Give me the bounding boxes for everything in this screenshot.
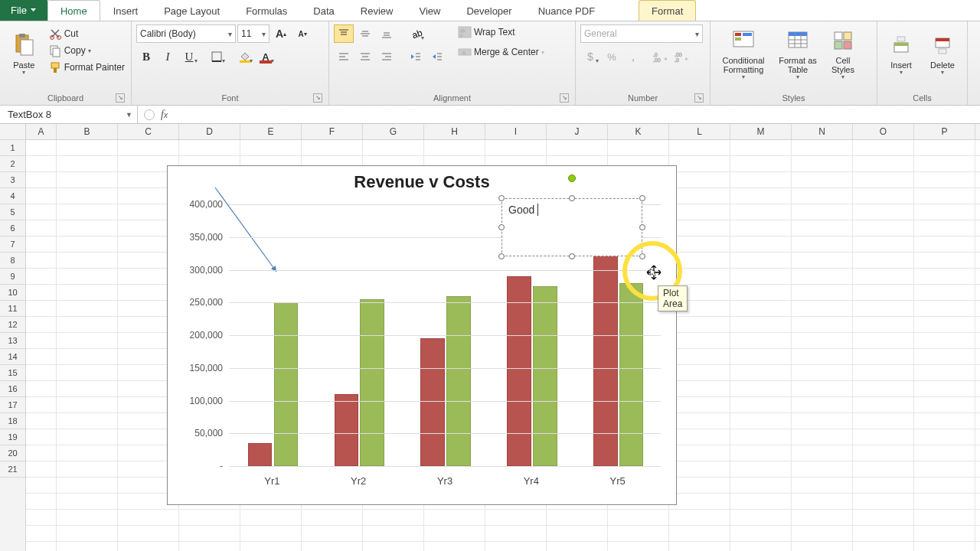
align-left-button[interactable]	[334, 47, 354, 66]
tab-home[interactable]: Home	[47, 0, 100, 21]
row-header[interactable]: 8	[0, 253, 25, 269]
row-header[interactable]: 18	[0, 413, 25, 429]
row-header[interactable]: 10	[0, 285, 25, 301]
column-header[interactable]: J	[547, 124, 608, 139]
column-header[interactable]: L	[669, 124, 730, 139]
tab-nuance-pdf[interactable]: Nuance PDF	[525, 0, 608, 21]
chart-textbox[interactable]: Good	[501, 198, 642, 256]
resize-handle-sw[interactable]	[498, 253, 505, 259]
x-axis[interactable]: Yr1Yr2Yr3Yr4Yr5	[229, 475, 661, 491]
font-name-select[interactable]: Calibri (Body)▾	[136, 24, 236, 43]
column-header[interactable]: F	[302, 124, 363, 139]
paste-button[interactable]: Paste ▾	[5, 24, 44, 84]
bar-costs-yr4[interactable]	[533, 286, 557, 466]
row-header[interactable]: 16	[0, 381, 25, 397]
cancel-formula-icon[interactable]	[144, 109, 155, 120]
increase-decimal-button[interactable]: .0.00	[651, 47, 671, 66]
fill-color-button[interactable]	[234, 47, 254, 66]
border-button[interactable]	[207, 47, 227, 66]
tab-page-layout[interactable]: Page Layout	[151, 0, 233, 21]
resize-handle-s[interactable]	[569, 253, 575, 259]
name-box-dropdown-icon[interactable]: ▼	[126, 111, 137, 119]
name-box[interactable]: TextBox 8 ▼	[0, 106, 138, 123]
column-header[interactable]: I	[485, 124, 547, 139]
cell-styles-button[interactable]: Cell Styles▾	[824, 24, 862, 84]
underline-button[interactable]: U	[179, 47, 199, 66]
row-header[interactable]: 11	[0, 301, 25, 317]
cells-area[interactable]: Revenue v Costs -50,000100,000150,000200…	[26, 140, 980, 551]
font-dialog-launcher[interactable]: ↘	[313, 93, 322, 103]
column-header[interactable]: H	[424, 124, 485, 139]
row-header[interactable]: 1	[0, 140, 25, 156]
row-header[interactable]: 6	[0, 220, 25, 236]
row-header[interactable]: 17	[0, 397, 25, 413]
merge-center-button[interactable]: a Merge & Center ▾	[456, 44, 546, 60]
format-as-table-button[interactable]: Format as Table▾	[775, 24, 821, 84]
column-header[interactable]: P	[914, 124, 975, 139]
bar-revenue-yr3[interactable]	[420, 338, 445, 466]
tab-review[interactable]: Review	[348, 0, 407, 21]
font-size-select[interactable]: 11▾	[237, 24, 270, 43]
insert-cells-button[interactable]: Insert▾	[882, 24, 920, 84]
bar-costs-yr2[interactable]	[360, 299, 384, 466]
bar-costs-yr5[interactable]	[619, 283, 644, 466]
y-axis[interactable]: -50,000100,000150,000200,000250,000300,0…	[183, 204, 226, 466]
row-header[interactable]: 14	[0, 349, 25, 365]
file-tab[interactable]: File	[0, 0, 47, 21]
column-header[interactable]: A	[26, 124, 57, 139]
resize-handle-n[interactable]	[569, 195, 575, 201]
column-header[interactable]: G	[363, 124, 424, 139]
row-headers[interactable]: 123456789101112131415161718192021	[0, 124, 26, 551]
bar-costs-yr1[interactable]	[274, 302, 299, 466]
alignment-dialog-launcher[interactable]: ↘	[560, 93, 569, 103]
align-center-button[interactable]	[355, 47, 375, 66]
row-header[interactable]: 4	[0, 188, 25, 204]
resize-handle-se[interactable]	[639, 253, 645, 259]
align-bottom-button[interactable]	[377, 24, 397, 43]
column-header[interactable]: N	[792, 124, 853, 139]
align-right-button[interactable]	[377, 47, 397, 66]
resize-handle-w[interactable]	[498, 224, 505, 230]
resize-handle-nw[interactable]	[498, 195, 505, 201]
currency-button[interactable]: $	[580, 47, 600, 66]
comma-button[interactable]: ,	[623, 47, 643, 66]
row-header[interactable]: 13	[0, 333, 25, 349]
row-header[interactable]: 12	[0, 317, 25, 333]
wrap-text-button[interactable]: abc Wrap Text	[456, 24, 546, 40]
decrease-indent-button[interactable]	[406, 47, 426, 66]
row-header[interactable]: 3	[0, 172, 25, 188]
grow-font-button[interactable]: A▴	[271, 24, 291, 43]
conditional-formatting-button[interactable]: Conditional Formatting▾	[715, 24, 772, 84]
rotate-handle[interactable]	[568, 174, 576, 182]
align-middle-button[interactable]	[355, 24, 375, 43]
row-header[interactable]: 9	[0, 269, 25, 285]
tab-format-context[interactable]: Format	[639, 0, 696, 21]
resize-handle-ne[interactable]	[639, 195, 645, 201]
orientation-button[interactable]: ab	[406, 24, 426, 43]
format-painter-button[interactable]: Format Painter	[47, 60, 126, 75]
select-all-corner[interactable]	[0, 124, 25, 140]
bar-costs-yr3[interactable]	[446, 296, 471, 466]
bold-button[interactable]: B	[136, 47, 156, 66]
row-header[interactable]: 7	[0, 236, 25, 253]
embedded-chart[interactable]: Revenue v Costs -50,000100,000150,000200…	[167, 165, 677, 505]
column-header[interactable]: B	[57, 124, 118, 139]
row-header[interactable]: 19	[0, 429, 25, 445]
shrink-font-button[interactable]: A▾	[292, 24, 312, 43]
increase-indent-button[interactable]	[427, 47, 447, 66]
column-header[interactable]: E	[240, 124, 302, 139]
clipboard-dialog-launcher[interactable]: ↘	[116, 93, 125, 103]
copy-button[interactable]: Copy ▾	[47, 43, 126, 58]
row-header[interactable]: 15	[0, 365, 25, 381]
tab-formulas[interactable]: Formulas	[233, 0, 300, 21]
resize-handle-e[interactable]	[639, 224, 645, 230]
fx-icon[interactable]: fx	[161, 109, 168, 121]
column-header[interactable]: O	[853, 124, 914, 139]
tab-data[interactable]: Data	[300, 0, 347, 21]
delete-cells-button[interactable]: Delete▾	[923, 24, 962, 84]
column-header[interactable]: K	[608, 124, 669, 139]
bar-revenue-yr2[interactable]	[335, 394, 359, 466]
italic-button[interactable]: I	[158, 47, 178, 66]
cut-button[interactable]: Cut	[47, 26, 126, 41]
row-header[interactable]: 21	[0, 461, 25, 478]
